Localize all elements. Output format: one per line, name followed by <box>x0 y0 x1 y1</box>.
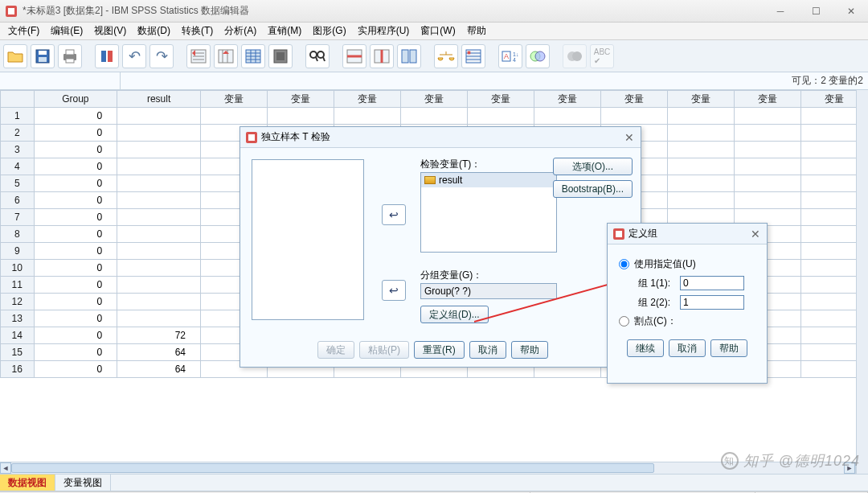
column-header[interactable]: result <box>117 91 201 108</box>
weight-icon[interactable] <box>434 44 458 68</box>
menu-window[interactable]: 窗口(W) <box>416 23 460 39</box>
cell[interactable]: 0 <box>34 327 117 344</box>
cell[interactable] <box>117 142 201 158</box>
cell[interactable] <box>117 294 201 310</box>
cell[interactable] <box>468 108 534 125</box>
menu-view[interactable]: 视图(V) <box>89 23 131 39</box>
define-close-icon[interactable]: ✕ <box>749 228 762 240</box>
recall-icon[interactable] <box>95 44 119 68</box>
row-header[interactable]: 5 <box>1 175 35 192</box>
cell[interactable]: 0 <box>34 243 117 260</box>
cell[interactable]: 0 <box>34 158 117 175</box>
save-icon[interactable] <box>31 44 55 68</box>
cell[interactable] <box>401 108 468 125</box>
cell[interactable] <box>735 108 801 125</box>
define-groups-button[interactable]: 定义组(D)... <box>420 306 489 323</box>
value-labels-icon[interactable]: A1↓4 <box>498 44 522 68</box>
find-icon[interactable] <box>305 44 330 68</box>
menu-edit[interactable]: 编辑(E) <box>46 23 88 39</box>
row-header[interactable]: 2 <box>1 125 35 142</box>
column-header[interactable]: 变量 <box>534 91 601 108</box>
column-header[interactable]: 变量 <box>735 91 801 108</box>
spellcheck-icon[interactable]: ABC✔ <box>590 44 614 68</box>
goto-var-icon[interactable] <box>214 44 238 68</box>
test-variable-list[interactable]: result <box>420 172 557 253</box>
scroll-left-icon[interactable]: ◄ <box>0 462 11 474</box>
cell[interactable]: 0 <box>34 310 117 327</box>
run-icon[interactable] <box>268 44 293 68</box>
column-header[interactable]: 变量 <box>668 91 735 108</box>
ttest-close-icon[interactable]: ✕ <box>623 131 636 144</box>
cell[interactable] <box>117 226 201 243</box>
menu-direct[interactable]: 直销(M) <box>263 23 306 39</box>
row-header[interactable]: 4 <box>1 158 35 175</box>
cell[interactable] <box>668 125 735 142</box>
menu-file[interactable]: 文件(F) <box>3 23 44 39</box>
cancel-button[interactable]: 取消 <box>469 341 506 359</box>
cell[interactable] <box>668 142 735 158</box>
cell[interactable] <box>117 277 201 294</box>
group1-input[interactable] <box>680 276 744 290</box>
cutpoint-radio[interactable] <box>619 316 629 327</box>
source-variable-list[interactable] <box>252 159 364 320</box>
cell[interactable] <box>735 125 801 142</box>
minimize-button[interactable]: ─ <box>768 6 792 17</box>
cell[interactable]: 0 <box>34 209 117 226</box>
cell[interactable] <box>117 310 201 327</box>
row-header[interactable]: 12 <box>1 294 35 310</box>
insert-case-icon[interactable] <box>342 44 366 68</box>
goto-case-icon[interactable] <box>186 44 211 68</box>
menu-utilities[interactable]: 实用程序(U) <box>353 23 415 39</box>
cell[interactable]: 0 <box>34 361 117 378</box>
cell[interactable]: 0 <box>34 226 117 243</box>
row-header[interactable]: 11 <box>1 277 35 294</box>
row-header[interactable]: 3 <box>1 142 35 158</box>
row-header[interactable]: 7 <box>1 209 35 226</box>
maximize-button[interactable]: ☐ <box>804 6 828 17</box>
open-icon[interactable] <box>3 44 27 68</box>
cell[interactable] <box>735 142 801 158</box>
bootstrap-button[interactable]: Bootstrap(B)... <box>553 180 633 198</box>
cell[interactable]: 0 <box>34 125 117 142</box>
cell[interactable] <box>117 209 201 226</box>
cell[interactable] <box>117 125 201 142</box>
cell[interactable]: 0 <box>34 294 117 310</box>
use-specified-radio[interactable] <box>619 259 629 269</box>
variables-icon[interactable] <box>241 44 265 68</box>
cell[interactable] <box>735 158 801 175</box>
cell[interactable]: 0 <box>34 344 117 361</box>
insert-var-icon[interactable] <box>370 44 394 68</box>
select-cases-icon[interactable] <box>461 44 485 68</box>
column-header[interactable]: 变量 <box>334 91 401 108</box>
row-header[interactable]: 8 <box>1 226 35 243</box>
continue-button[interactable]: 继续 <box>627 339 664 357</box>
cell[interactable]: 0 <box>34 142 117 158</box>
cell[interactable] <box>201 108 268 125</box>
redo-icon[interactable]: ↷ <box>149 44 174 68</box>
cell[interactable]: 0 <box>34 192 117 209</box>
cell[interactable]: 64 <box>117 361 201 378</box>
cell[interactable] <box>601 108 668 125</box>
cell[interactable] <box>268 108 334 125</box>
row-header[interactable]: 15 <box>1 344 35 361</box>
cell[interactable] <box>334 108 401 125</box>
cell[interactable] <box>668 158 735 175</box>
cell[interactable] <box>117 158 201 175</box>
options-button[interactable]: 选项(O)... <box>553 158 633 175</box>
cell[interactable]: 64 <box>117 344 201 361</box>
row-header[interactable]: 13 <box>1 310 35 327</box>
cell[interactable] <box>668 108 735 125</box>
undo-icon[interactable]: ↶ <box>122 44 146 68</box>
cell[interactable] <box>668 192 735 209</box>
ok-button[interactable]: 确定 <box>317 341 354 359</box>
column-header[interactable]: 变量 <box>201 91 268 108</box>
group-variable-field[interactable]: Group(? ?) <box>420 283 557 299</box>
row-header[interactable]: 6 <box>1 192 35 209</box>
row-header[interactable]: 14 <box>1 327 35 344</box>
row-header[interactable]: 10 <box>1 260 35 277</box>
cell[interactable] <box>117 260 201 277</box>
scroll-thumb[interactable] <box>11 463 654 473</box>
menu-analyze[interactable]: 分析(A) <box>219 23 261 39</box>
close-button[interactable]: ✕ <box>839 6 863 17</box>
paste-button[interactable]: 粘贴(P) <box>359 341 409 359</box>
